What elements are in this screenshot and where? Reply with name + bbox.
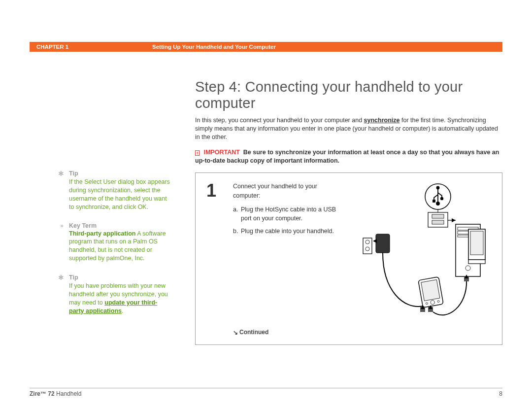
intro-pre: In this step, you connect your handheld … (195, 117, 364, 124)
section-title: Setting Up Your Handheld and Your Comput… (152, 44, 276, 50)
svg-point-5 (436, 202, 439, 205)
tip-label: Tip (69, 170, 78, 177)
key-term-label: Key Term (69, 222, 97, 229)
important-text: Be sure to synchronize your information … (195, 149, 499, 164)
svg-rect-17 (468, 260, 485, 264)
svg-rect-7 (432, 214, 444, 218)
substep-a-text: Plug the HotSync cable into a USB port o… (241, 205, 341, 223)
sidebar-notes: ✱ Tip If the Select User dialog box appe… (57, 170, 170, 326)
substep-b: b. Plug the cable into your handheld. (233, 227, 341, 236)
asterisk-icon: ✱ (57, 274, 65, 281)
step-intro-line: Connect your handheld to your computer: (233, 182, 341, 200)
chapter-header-bar: CHAPTER 1 Setting Up Your Handheld and Y… (30, 42, 502, 52)
instruction-box: 1 Connect your handheld to your computer… (195, 172, 502, 345)
important-callout: ! IMPORTANT Be sure to synchronize your … (195, 148, 502, 165)
substep-b-label: b. (233, 227, 241, 236)
tip-2-post: . (122, 308, 123, 314)
tip-2-body: If you have problems with your new handh… (69, 282, 170, 315)
continued-indicator: ↘Continued (233, 329, 492, 336)
tip-label-2: Tip (69, 274, 78, 281)
step-number: 1 (206, 182, 220, 325)
continued-arrow-icon: ↘ (233, 329, 238, 336)
connection-illustration (354, 182, 492, 325)
page-footer: Zire™ 72 Handheld 8 (30, 388, 502, 397)
tip-1-body: If the Select User dialog box appears du… (69, 178, 170, 211)
tip-note-1: ✱ Tip If the Select User dialog box appe… (57, 170, 170, 211)
svg-rect-21 (376, 234, 390, 253)
main-content: Step 4: Connecting your handheld to your… (195, 79, 502, 345)
synchronize-link[interactable]: synchronize (364, 117, 400, 124)
step-instructions: Connect your handheld to your computer: … (233, 182, 341, 325)
svg-rect-3 (433, 200, 435, 202)
substep-a-label: a. (233, 205, 241, 223)
tip-note-2: ✱ Tip If you have problems with your new… (57, 274, 170, 315)
intro-paragraph: In this step, you connect your handheld … (195, 116, 502, 141)
important-icon: ! (195, 150, 200, 156)
svg-point-4 (441, 198, 443, 200)
svg-rect-24 (421, 280, 440, 301)
page-number: 8 (499, 390, 502, 397)
svg-rect-16 (470, 231, 483, 255)
asterisk-icon: ✱ (57, 170, 65, 177)
product-name: Zire™ 72 Handheld (30, 390, 81, 397)
svg-rect-8 (432, 220, 444, 224)
chevrons-icon: » (57, 222, 65, 229)
page-title: Step 4: Connecting your handheld to your… (195, 79, 502, 111)
important-label: IMPORTANT (203, 149, 239, 156)
key-term-note: » Key Term Third-party application A sof… (57, 222, 170, 263)
substep-b-text: Plug the cable into your handheld. (241, 227, 334, 236)
substep-a: a. Plug the HotSync cable into a USB por… (233, 205, 341, 223)
continued-label: Continued (239, 329, 268, 336)
key-term-body: Third-party application A software progr… (69, 230, 170, 263)
key-term-term: Third-party application (69, 230, 135, 237)
svg-rect-18 (363, 238, 372, 254)
chapter-number: CHAPTER 1 (36, 44, 152, 50)
svg-point-2 (437, 187, 439, 189)
svg-marker-22 (373, 239, 377, 243)
